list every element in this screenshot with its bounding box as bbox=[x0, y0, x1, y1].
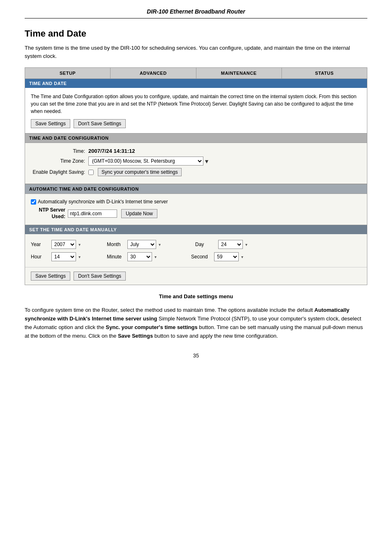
manual-row-2: Hour 14 ▾ Minute 30 ▾ Second 59 bbox=[31, 252, 361, 261]
figure-caption: Time and Date settings menu bbox=[25, 293, 367, 299]
day-dropdown-icon: ▾ bbox=[245, 242, 247, 247]
auto-sync-checkbox[interactable] bbox=[31, 199, 36, 205]
time-date-desc: The Time and Date Configuration option a… bbox=[31, 93, 361, 115]
time-date-config-section: TIME AND DATE CONFIGURATION Time: 2007/7… bbox=[25, 133, 367, 184]
auto-config-body: Automatically synchronize with D-Link's … bbox=[25, 194, 367, 225]
timezone-select[interactable]: (GMT+03:00) Moscow, St. Petersburg bbox=[88, 157, 203, 166]
month-label: Month bbox=[107, 242, 125, 247]
save-settings-btn-top[interactable]: Save Settings bbox=[31, 119, 70, 128]
time-value: 2007/7/24 14:31:12 bbox=[88, 148, 135, 154]
body-paragraph: To configure system time on the Router, … bbox=[25, 306, 367, 340]
timezone-label: Time Zone: bbox=[31, 158, 88, 164]
manual-row-1: Year 2007 ▾ Month July ▾ Day 24 bbox=[31, 240, 361, 249]
page-number: 35 bbox=[25, 352, 367, 359]
year-label: Year bbox=[31, 242, 49, 247]
daylight-label: Enable Daylight Saving: bbox=[31, 169, 88, 175]
month-dropdown-icon: ▾ bbox=[159, 242, 161, 247]
page-title: Time and Date bbox=[25, 28, 367, 39]
bottom-btn-row: Save Settings Don't Save Settings bbox=[25, 267, 367, 285]
nav-tabs: SETUP ADVANCED MAINTENANCE STATUS bbox=[25, 68, 367, 79]
daylight-checkbox[interactable] bbox=[88, 170, 94, 175]
day-select[interactable]: 24 bbox=[218, 240, 243, 249]
minute-select[interactable]: 30 bbox=[127, 252, 152, 261]
ntp-server-label-group: NTP Server Used: bbox=[31, 207, 68, 220]
month-select[interactable]: July bbox=[127, 240, 156, 249]
dont-save-settings-btn-bottom[interactable]: Don't Save Settings bbox=[74, 272, 126, 281]
hour-label: Hour bbox=[31, 254, 49, 260]
auto-config-header: AUTOMATIC TIME AND DATE CONFIGURATION bbox=[25, 184, 367, 194]
hour-select[interactable]: 14 bbox=[51, 252, 76, 261]
auto-sync-row: Automatically synchronize with D-Link's … bbox=[31, 199, 361, 205]
time-row: Time: 2007/7/24 14:31:12 bbox=[31, 148, 361, 154]
tab-status[interactable]: STATUS bbox=[282, 68, 367, 78]
time-date-section-header: TIME AND DATE bbox=[25, 79, 367, 88]
minute-label: Minute bbox=[107, 254, 125, 260]
year-dropdown-icon: ▾ bbox=[78, 242, 81, 247]
manual-grid: Year 2007 ▾ Month July ▾ Day 24 bbox=[31, 240, 361, 261]
ntp-input[interactable] bbox=[68, 210, 117, 218]
day-label: Day bbox=[195, 242, 216, 247]
time-date-section-body: The Time and Date Configuration option a… bbox=[25, 88, 367, 133]
year-select[interactable]: 2007 bbox=[51, 240, 76, 249]
manual-config-body: Year 2007 ▾ Month July ▾ Day 24 bbox=[25, 234, 367, 267]
manual-config-header: SET THE TIME AND DATE MANUALLY bbox=[25, 225, 367, 234]
intro-text: The system time is the time used by the … bbox=[25, 44, 367, 60]
tab-setup[interactable]: SETUP bbox=[25, 68, 111, 78]
top-btn-row: Save Settings Don't Save Settings bbox=[31, 119, 361, 128]
auto-config-section: AUTOMATIC TIME AND DATE CONFIGURATION Au… bbox=[25, 184, 367, 225]
main-panel: SETUP ADVANCED MAINTENANCE STATUS TIME A… bbox=[25, 67, 367, 285]
daylight-row: Enable Daylight Saving: Sync your comput… bbox=[31, 168, 361, 176]
timezone-dropdown-icon: ▾ bbox=[205, 157, 208, 165]
hour-dropdown-icon: ▾ bbox=[78, 255, 81, 259]
ntp-row: NTP Server Used: Update Now bbox=[31, 207, 361, 220]
second-label: Second bbox=[191, 254, 212, 260]
sync-time-btn[interactable]: Sync your computer's time settings bbox=[98, 168, 182, 176]
tab-advanced[interactable]: ADVANCED bbox=[111, 68, 196, 78]
auto-sync-label: Automatically synchronize with D-Link's … bbox=[38, 199, 168, 205]
save-settings-btn-bottom[interactable]: Save Settings bbox=[31, 272, 70, 281]
second-dropdown-icon: ▾ bbox=[241, 255, 243, 259]
minute-dropdown-icon: ▾ bbox=[154, 255, 157, 259]
timezone-row: Time Zone: (GMT+03:00) Moscow, St. Peter… bbox=[31, 157, 361, 166]
page-header: DIR-100 Ethernet Broadband Router bbox=[25, 8, 367, 18]
time-label: Time: bbox=[31, 148, 88, 154]
update-now-btn[interactable]: Update Now bbox=[121, 209, 157, 218]
tab-maintenance[interactable]: MAINTENANCE bbox=[196, 68, 282, 78]
second-select[interactable]: 59 bbox=[214, 252, 239, 261]
dont-save-settings-btn-top[interactable]: Don't Save Settings bbox=[74, 119, 126, 128]
time-date-config-body: Time: 2007/7/24 14:31:12 Time Zone: (GMT… bbox=[25, 143, 367, 184]
header-title: DIR-100 Ethernet Broadband Router bbox=[147, 8, 245, 15]
time-date-config-header: TIME AND DATE CONFIGURATION bbox=[25, 134, 367, 143]
manual-config-section: SET THE TIME AND DATE MANUALLY Year 2007… bbox=[25, 225, 367, 267]
